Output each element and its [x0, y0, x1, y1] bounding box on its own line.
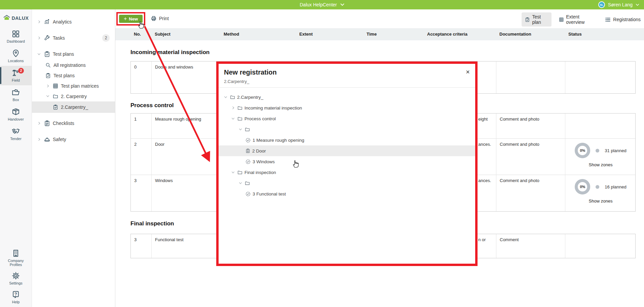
tree-item-label: Final inspection: [244, 170, 276, 175]
sidebar-item-test-plans[interactable]: Test plans: [32, 48, 115, 60]
rail-item-tender[interactable]: Tender: [0, 124, 32, 144]
handshake-icon: [12, 127, 20, 135]
chevron-down-icon[interactable]: [223, 96, 228, 99]
gear-icon: [12, 272, 20, 280]
tree-item-carpentry[interactable]: 2.Carpentry_: [219, 92, 475, 102]
chevron-down-icon[interactable]: [238, 182, 243, 185]
tree-item-functional-test[interactable]: 3 Functional test: [219, 188, 475, 199]
tree-item-unnamed-folder[interactable]: [219, 178, 475, 188]
sidebar-item-analytics[interactable]: Analytics: [32, 16, 115, 28]
grid-icon: [559, 17, 564, 23]
sidebar-item-checklists[interactable]: Checklists: [32, 118, 115, 129]
tree-item-windows[interactable]: 3 Windows: [219, 156, 475, 167]
cell-status: 0% 16 planned Show zones: [565, 175, 636, 211]
section-title: Final inspection: [130, 220, 174, 227]
print-button-label: Print: [159, 16, 169, 21]
cell-status: [565, 114, 636, 138]
cell-no: 2: [131, 139, 152, 175]
cell-subject: Windows: [152, 175, 221, 211]
registration-tree: 2.Carpentry_ Incoming material inspectio…: [219, 88, 475, 199]
chevron-down-icon: [340, 3, 344, 6]
plus-icon: +: [124, 16, 127, 21]
show-zones-link[interactable]: Show zones: [589, 199, 613, 204]
sidebar-item-label: Checklists: [53, 121, 74, 126]
dalux-logo[interactable]: DALUX: [0, 9, 32, 27]
chevron-down-icon[interactable]: [238, 128, 243, 131]
svg-text:?: ?: [14, 292, 17, 297]
tree-item-door[interactable]: 2 Door: [219, 145, 475, 156]
chevron-down-icon[interactable]: [45, 95, 50, 98]
modal-title: New registration: [224, 69, 470, 76]
folder-icon: [53, 94, 58, 99]
print-button[interactable]: Print: [151, 13, 169, 24]
column-header-documentation: Documentation: [496, 28, 565, 40]
rail-item-label: Help: [12, 300, 20, 304]
tree-item-measure-rough-opening[interactable]: 1 Measure rough opening: [219, 135, 475, 145]
rail-item-label: Handover: [8, 117, 24, 121]
cell-documentation: Comment and photo: [496, 139, 565, 175]
chevron-right-icon[interactable]: [37, 36, 41, 40]
progress-percent: 0%: [580, 185, 585, 189]
user-menu[interactable]: SL Søren Lang: [598, 0, 639, 9]
folder-icon: [237, 105, 242, 111]
planned-count: 16 planned: [605, 184, 626, 189]
sidebar-item-test-plans-child[interactable]: Test plans: [32, 70, 115, 81]
project-switcher[interactable]: Dalux HelpCenter: [300, 2, 344, 7]
rail-item-company-profiles[interactable]: Company Profiles: [0, 247, 32, 269]
registration-check-icon: [245, 159, 251, 164]
tree-item-unnamed-folder[interactable]: [219, 124, 475, 135]
chevron-down-icon[interactable]: [37, 53, 41, 56]
chevron-right-icon[interactable]: [45, 84, 50, 88]
show-zones-link[interactable]: Show zones: [589, 162, 613, 167]
chevron-down-icon[interactable]: [231, 117, 235, 120]
rail-item-handover[interactable]: Handover: [0, 105, 32, 124]
folder-icon: [245, 181, 250, 186]
grid-icon: [53, 83, 58, 89]
rail-item-label: Settings: [9, 281, 23, 285]
tree-item-label: 2.Carpentry_: [237, 95, 263, 100]
sidebar-item-all-registrations[interactable]: All registrations: [32, 60, 115, 70]
cell-no: 3: [131, 234, 152, 258]
chevron-right-icon[interactable]: [37, 122, 41, 125]
view-registrations[interactable]: Registrations: [602, 15, 644, 24]
help-bubble-icon: ?: [12, 291, 20, 299]
rail-item-dashboard[interactable]: Dashboard: [0, 27, 32, 46]
sidebar-item-label: Tasks: [53, 35, 65, 41]
folder-icon: [237, 116, 242, 121]
sidebar-item-carpentry-folder[interactable]: 2. Carpentry: [32, 91, 115, 101]
cell-documentation: [496, 61, 565, 93]
rail-item-help[interactable]: ? Help: [0, 288, 32, 306]
new-button[interactable]: + New: [119, 15, 143, 23]
dalux-house-icon: [3, 15, 10, 21]
chevron-right-icon[interactable]: [37, 138, 41, 141]
chevron-right-icon[interactable]: [37, 20, 41, 24]
tree-item-label: 3 Functional test: [253, 191, 286, 196]
tree-item-incoming-material[interactable]: Incoming material inspection: [219, 102, 475, 113]
checklist-icon: [44, 120, 50, 126]
project-title: Dalux HelpCenter: [300, 2, 337, 7]
checklist-icon: [245, 148, 250, 153]
progress-donut: 0%: [575, 179, 590, 194]
sidebar-item-safety[interactable]: Safety: [32, 134, 115, 145]
logo-text: DALUX: [12, 15, 29, 21]
rail-item-box[interactable]: Box: [0, 85, 32, 105]
close-icon[interactable]: ×: [466, 69, 470, 75]
sidebar-item-tasks[interactable]: Tasks 2: [32, 32, 115, 44]
view-test-plan[interactable]: Test plan: [522, 12, 552, 27]
tree-item-final-inspection[interactable]: Final inspection: [219, 167, 475, 178]
chevron-right-icon[interactable]: [231, 106, 235, 109]
tree-item-process-control[interactable]: Process control: [219, 113, 475, 124]
sidebar-item-carpentry-plan[interactable]: 2.Carpentry_: [32, 101, 115, 113]
progress-donut: 0%: [575, 143, 590, 158]
view-extent-overview[interactable]: Extent overview: [556, 12, 598, 27]
sidebar-item-test-plan-matrices[interactable]: Test plan matrices: [32, 81, 115, 91]
field-badge: 2: [18, 68, 24, 74]
chevron-down-icon[interactable]: [231, 171, 235, 174]
top-bar: Dalux HelpCenter SL Søren Lang: [0, 0, 644, 9]
new-registration-modal: New registration 2.Carpentry_ × 2.Carpen…: [216, 61, 478, 266]
rail-item-locations[interactable]: Locations: [0, 46, 32, 66]
sidebar-item-label: All registrations: [53, 62, 86, 68]
rail-item-field[interactable]: 2 Field: [0, 66, 32, 85]
rail-item-settings[interactable]: Settings: [0, 269, 32, 288]
cell-no: 0: [131, 61, 152, 93]
